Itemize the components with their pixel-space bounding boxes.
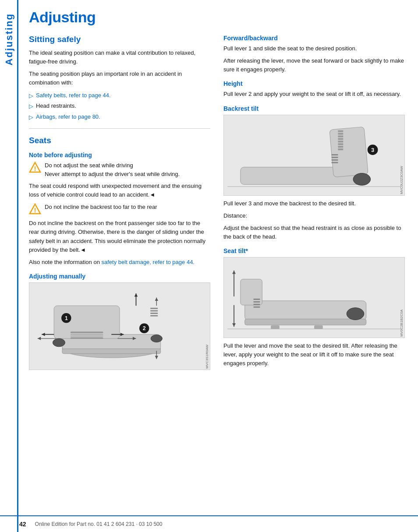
backrest-diagram-watermark: MVC0U2Z3C0AW bbox=[400, 166, 404, 194]
svg-rect-36 bbox=[150, 315, 158, 317]
footer-text: Online Edition for Part no. 01 41 2 604 … bbox=[35, 521, 163, 527]
arrow-icon-3: ▷ bbox=[29, 113, 33, 122]
svg-point-9 bbox=[53, 338, 65, 347]
list-item-airbags-text: Airbags, refer to page 80. bbox=[36, 113, 100, 121]
list-item-safety-belts: ▷ Safety belts, refer to page 44. bbox=[29, 91, 210, 100]
warning-1-line2: Never attempt to adjust the driver's sea… bbox=[45, 171, 180, 177]
seat-tilt-watermark: MV0C2B1B2C0A bbox=[400, 310, 404, 337]
warning-1-content: Do not adjust the seat while driving Nev… bbox=[45, 161, 180, 178]
sidebar-line bbox=[17, 0, 18, 532]
left-column: Sitting safely The ideal seating positio… bbox=[29, 35, 210, 373]
seat-tilt-diagram-svg bbox=[224, 257, 404, 338]
sitting-safely-heading: Sitting safely bbox=[29, 35, 210, 44]
main-content: Adjusting Sitting safely The ideal seati… bbox=[18, 0, 418, 532]
warning-1-line1: Do not adjust the seat while driving bbox=[45, 162, 133, 169]
svg-rect-52 bbox=[332, 157, 338, 158]
svg-text:1: 1 bbox=[65, 315, 68, 321]
svg-text:!: ! bbox=[34, 207, 36, 214]
page-title: Adjusting bbox=[29, 9, 405, 26]
svg-rect-70 bbox=[271, 325, 280, 329]
sidebar-label: Adjusting bbox=[4, 13, 15, 65]
height-heading: Height bbox=[223, 80, 405, 87]
svg-rect-40 bbox=[338, 130, 343, 132]
svg-rect-8 bbox=[62, 349, 161, 354]
svg-point-48 bbox=[353, 173, 371, 185]
svg-point-10 bbox=[151, 335, 162, 342]
svg-rect-64 bbox=[254, 307, 260, 308]
seat-tilt-diagram: MV0C2B1B2C0A bbox=[223, 257, 405, 338]
backrest-tilt-para1: Pull lever 3 and move the backrest to th… bbox=[223, 199, 405, 208]
adjusting-manually-heading: Adjusting manually bbox=[29, 273, 210, 280]
backrest-diagram-svg: 3 bbox=[224, 115, 404, 195]
svg-rect-39 bbox=[329, 127, 368, 177]
forward-backward-para1: Pull lever 1 and slide the seat to the d… bbox=[223, 44, 405, 53]
safety-belts-link[interactable]: Safety belts, refer to page 44. bbox=[36, 92, 111, 99]
svg-rect-42 bbox=[338, 135, 343, 137]
svg-rect-59 bbox=[241, 279, 262, 305]
forward-backward-para2: After releasing the lever, move the seat… bbox=[223, 56, 405, 74]
svg-rect-41 bbox=[338, 133, 343, 134]
svg-rect-18 bbox=[71, 337, 103, 339]
note-para3: Also note the information on safety belt… bbox=[29, 258, 210, 267]
backrest-diagram: 3 MVC0U2Z3C0AW bbox=[223, 115, 405, 196]
seats-heading: Seats bbox=[29, 136, 210, 145]
seat-diagram-watermark: MVC3S1R0AW bbox=[205, 345, 209, 369]
svg-point-60 bbox=[347, 308, 364, 320]
svg-rect-43 bbox=[338, 138, 343, 140]
seat-diagram-svg: 1 2 bbox=[29, 283, 210, 370]
warning-2-text: Do not incline the backrest too far to t… bbox=[45, 203, 157, 211]
svg-rect-58 bbox=[245, 319, 366, 325]
svg-rect-71 bbox=[314, 325, 323, 329]
list-item-head-restraints-text: Head restraints. bbox=[36, 102, 76, 110]
sitting-safely-para2: The seating position plays an important … bbox=[29, 70, 210, 87]
note-para2: Do not incline the backrest on the front… bbox=[29, 219, 210, 254]
svg-rect-63 bbox=[254, 304, 260, 305]
list-item-airbags: ▷ Airbags, refer to page 80. bbox=[29, 113, 210, 122]
svg-rect-16 bbox=[71, 334, 103, 335]
seat-tilt-heading: Seat tilt* bbox=[223, 247, 405, 254]
seat-tilt-para1: Pull the lever and move the seat to the … bbox=[223, 342, 405, 368]
svg-rect-44 bbox=[338, 141, 343, 142]
svg-rect-34 bbox=[150, 310, 158, 312]
page-number: 42 bbox=[19, 521, 26, 528]
warning-icon-1: ! bbox=[29, 162, 41, 174]
sidebar: Adjusting bbox=[0, 0, 18, 532]
page-footer: 42 Online Edition for Part no. 01 41 2 6… bbox=[0, 515, 418, 532]
svg-rect-54 bbox=[332, 162, 338, 163]
seat-diagram-manual: 1 2 bbox=[29, 282, 210, 370]
note-para3-prefix: Also note the information on bbox=[29, 259, 102, 265]
two-column-layout: Sitting safely The ideal seating positio… bbox=[29, 35, 405, 373]
list-item-safety-belts-text: Safety belts, refer to page 44. bbox=[36, 91, 111, 100]
warning-box-1: ! Do not adjust the seat while driving N… bbox=[29, 161, 210, 178]
warning-icon-2: ! bbox=[29, 203, 41, 215]
svg-text:3: 3 bbox=[371, 147, 374, 153]
svg-rect-62 bbox=[254, 301, 260, 303]
backrest-tilt-para2: Adjust the backrest so that the head res… bbox=[223, 224, 405, 241]
note-before-adjusting-heading: Note before adjusting bbox=[29, 151, 210, 159]
svg-rect-47 bbox=[338, 148, 343, 150]
backrest-tilt-heading: Backrest tilt bbox=[223, 105, 405, 112]
svg-rect-61 bbox=[254, 299, 260, 300]
svg-rect-35 bbox=[150, 313, 158, 314]
sitting-safely-para1: The ideal seating position can make a vi… bbox=[29, 49, 210, 66]
svg-rect-51 bbox=[332, 154, 338, 155]
height-para1: Pull lever 2 and apply your weight to th… bbox=[223, 90, 405, 99]
safety-belt-damage-link[interactable]: safety belt damage, refer to page 44. bbox=[102, 259, 195, 265]
svg-text:2: 2 bbox=[143, 325, 146, 331]
forward-backward-heading: Forward/backward bbox=[223, 35, 405, 42]
arrow-icon-1: ▷ bbox=[29, 92, 33, 100]
warning-box-2: ! Do not incline the backrest too far to… bbox=[29, 203, 210, 215]
divider-1 bbox=[29, 128, 210, 129]
footer-spacer bbox=[29, 373, 405, 400]
right-column: Forward/backward Pull lever 1 and slide … bbox=[223, 35, 405, 373]
svg-text:!: ! bbox=[34, 165, 36, 172]
airbags-link[interactable]: Airbags, refer to page 80. bbox=[36, 113, 100, 120]
svg-rect-15 bbox=[71, 331, 103, 333]
svg-rect-17 bbox=[71, 336, 103, 337]
svg-rect-53 bbox=[332, 159, 338, 160]
note-para1: The seat could respond with unexpected m… bbox=[29, 182, 210, 199]
distance-label: Distance: bbox=[223, 211, 405, 220]
svg-rect-45 bbox=[338, 143, 343, 145]
arrow-icon-2: ▷ bbox=[29, 102, 33, 111]
svg-rect-33 bbox=[150, 308, 158, 309]
